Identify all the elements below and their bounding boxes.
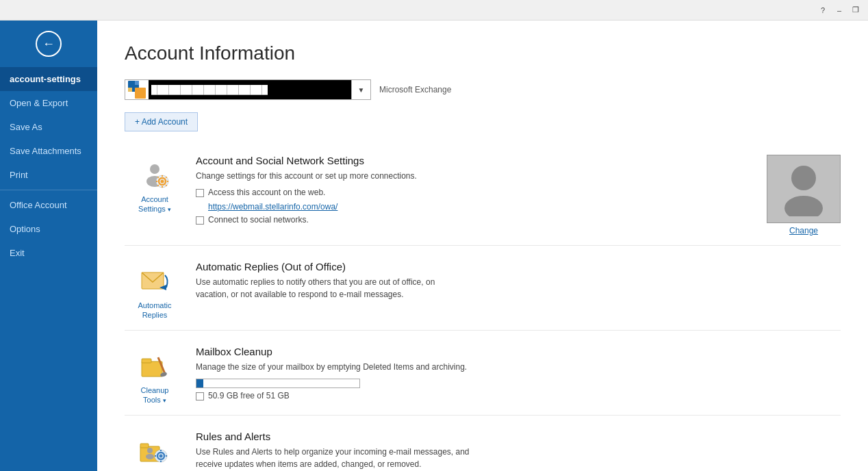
cleanup-tools-label: CleanupTools ▾ <box>141 385 169 405</box>
cleanup-tools-icon-box[interactable]: CleanupTools ▾ <box>125 346 185 405</box>
title-bar-controls: ? – ❐ <box>816 3 863 17</box>
sidebar-item-open-export[interactable]: Open & Export <box>0 91 97 115</box>
svg-point-18 <box>784 196 823 216</box>
svg-line-13 <box>166 185 166 186</box>
mailbox-cleanup-body: Mailbox Cleanup Manage the size of your … <box>196 346 841 405</box>
svg-point-17 <box>791 166 816 190</box>
account-select-text: ████████████████████ <box>149 80 351 99</box>
change-photo-link[interactable]: Change <box>789 226 818 236</box>
svg-line-12 <box>157 177 158 177</box>
svg-point-34 <box>146 454 154 459</box>
app-body: ← account-settings Open & Export Save As… <box>0 21 868 471</box>
title-bar: ? – ❐ <box>0 0 868 21</box>
automatic-replies-body: Automatic Replies (Out of Office) Use au… <box>196 261 841 320</box>
account-settings-body: Account and Social Network Settings Chan… <box>196 155 841 236</box>
automatic-replies-section: AutomaticReplies Automatic Replies (Out … <box>125 251 841 331</box>
account-settings-title: Account and Social Network Settings <box>196 155 753 166</box>
automatic-replies-desc: Use automatic replies to notify others t… <box>196 276 470 301</box>
rules-alerts-section: Manage Rules& Alerts Rules and Alerts Us… <box>125 421 841 471</box>
account-selector-row: ████████████████████ ▼ Microsoft Exchang… <box>125 79 841 100</box>
svg-rect-20 <box>142 361 162 377</box>
mailbox-progress-bar <box>196 379 360 388</box>
maximize-button[interactable]: ❐ <box>849 3 863 17</box>
exchange-icon-box <box>125 80 149 99</box>
access-web-label: Access this account on the web. <box>208 188 325 197</box>
help-button[interactable]: ? <box>816 3 830 17</box>
mailbox-cleanup-title: Mailbox Cleanup <box>196 346 841 357</box>
rules-alerts-desc: Use Rules and Alerts to help organize yo… <box>196 446 470 470</box>
mailbox-storage-text: 50.9 GB free of 51 GB <box>196 391 841 400</box>
back-button[interactable]: ← <box>31 26 66 62</box>
profile-area: Change <box>767 155 841 236</box>
automatic-replies-title: Automatic Replies (Out of Office) <box>196 261 841 272</box>
exchange-icon <box>128 81 146 99</box>
section-top: Account and Social Network Settings Chan… <box>196 155 841 236</box>
svg-rect-25 <box>140 444 149 448</box>
automatic-replies-label: AutomaticReplies <box>138 301 172 320</box>
sidebar-divider <box>0 190 97 190</box>
add-account-button[interactable]: + Add Account <box>125 112 198 131</box>
social-networks-item: Connect to social networks. <box>196 215 753 225</box>
social-networks-checkbox[interactable] <box>196 216 204 225</box>
sidebar: ← account-settings Open & Export Save As… <box>0 21 97 471</box>
sidebar-item-office-account[interactable]: Office Account <box>0 193 97 217</box>
mailbox-progress-fill <box>196 379 203 387</box>
sidebar-item-exit[interactable]: Exit <box>0 241 97 265</box>
social-networks-label: Connect to social networks. <box>208 215 309 225</box>
profile-photo <box>767 155 841 223</box>
account-name-display: ████████████████████ <box>151 85 268 94</box>
account-settings-label: AccountSettings ▾ <box>138 194 171 214</box>
rules-alerts-icon <box>138 435 171 468</box>
automatic-replies-icon-box[interactable]: AutomaticReplies <box>125 261 185 320</box>
account-settings-icon-box[interactable]: AccountSettings ▾ <box>125 155 185 236</box>
account-settings-desc: Change settings for this account or set … <box>196 170 470 182</box>
svg-rect-1 <box>135 88 146 99</box>
rules-alerts-icon-box[interactable]: Manage Rules& Alerts <box>125 431 185 471</box>
account-type-label: Microsoft Exchange <box>379 85 451 94</box>
svg-rect-3 <box>128 88 132 92</box>
sidebar-item-info[interactable]: account-settings <box>0 67 97 91</box>
sidebar-item-options[interactable]: Options <box>0 217 97 241</box>
account-settings-icon <box>138 159 171 192</box>
account-dropdown-arrow[interactable]: ▼ <box>351 80 370 99</box>
sidebar-item-save-as[interactable]: Save As <box>0 115 97 139</box>
mailbox-cleanup-section: CleanupTools ▾ Mailbox Cleanup Manage th… <box>125 336 841 416</box>
svg-point-16 <box>161 180 164 183</box>
access-web-item: Access this account on the web. <box>196 188 753 197</box>
storage-label: 50.9 GB free of 51 GB <box>208 391 290 400</box>
owa-link[interactable]: https://webmail.stellarinfo.com/owa/ <box>208 202 337 212</box>
svg-point-32 <box>159 454 163 457</box>
svg-point-4 <box>150 164 159 174</box>
minimize-button[interactable]: – <box>832 3 846 17</box>
rules-alerts-body: Rules and Alerts Use Rules and Alerts to… <box>196 431 841 471</box>
svg-rect-21 <box>142 359 151 363</box>
access-web-checkbox[interactable] <box>196 189 204 197</box>
sidebar-item-save-attachments[interactable]: Save Attachments <box>0 139 97 163</box>
svg-line-15 <box>157 185 158 186</box>
automatic-replies-icon <box>138 265 171 298</box>
svg-line-14 <box>166 177 166 177</box>
svg-rect-2 <box>135 81 139 85</box>
account-settings-section: AccountSettings ▾ Account and Social Net… <box>125 145 841 246</box>
account-settings-links: Access this account on the web. https://… <box>196 188 753 225</box>
mailbox-cleanup-desc: Manage the size of your mailbox by empty… <box>196 361 470 373</box>
sidebar-item-print[interactable]: Print <box>0 163 97 187</box>
sidebar-nav: account-settings Open & Export Save As S… <box>0 67 97 265</box>
profile-silhouette-icon <box>780 162 828 216</box>
svg-point-33 <box>147 448 153 453</box>
back-circle-icon: ← <box>36 31 62 57</box>
account-select-wrapper: ████████████████████ ▼ <box>125 79 371 100</box>
page-title: Account Information <box>125 42 841 64</box>
cleanup-tools-icon <box>138 350 171 383</box>
rules-alerts-title: Rules and Alerts <box>196 431 841 442</box>
main-content: Account Information ████████████████████… <box>97 21 868 471</box>
storage-checkbox[interactable] <box>196 392 204 400</box>
